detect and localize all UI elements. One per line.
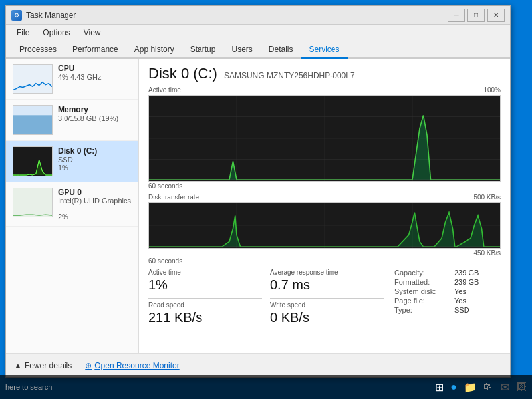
gpu0-sub: Intel(R) UHD Graphics ...	[58, 197, 132, 213]
read-speed-stat: Read speed 211 KB/s	[148, 298, 262, 325]
taskbar-icon-edge[interactable]: ●	[450, 381, 457, 393]
transfer-chart-container: Disk transfer rate 500 KB/s	[148, 194, 501, 265]
disk-header: Disk 0 (C:) SAMSUNG MZNTY256HDHP-000L7	[148, 65, 501, 82]
menu-view[interactable]: View	[78, 27, 106, 39]
monitor-label: Open Resource Monitor	[94, 361, 179, 370]
disk-info-table: Capacity: 239 GB Formatted: 239 GB Syste…	[394, 269, 501, 314]
taskbar-icon-store[interactable]: 🛍	[483, 381, 494, 393]
type-key: Type:	[394, 306, 454, 314]
tab-users[interactable]: Users	[223, 41, 260, 59]
window-title: Task Manager	[26, 11, 76, 20]
tab-bar: Processes Performance App history Startu…	[6, 41, 510, 59]
tab-startup[interactable]: Startup	[182, 41, 224, 59]
write-speed-stat: Write speed 0 KB/s	[270, 298, 384, 325]
disk0-label: Disk 0 (C:)	[58, 146, 132, 156]
capacity-row: Capacity: 239 GB	[394, 269, 501, 277]
active-time-label: Active time	[148, 86, 181, 94]
menu-options[interactable]: Options	[37, 27, 75, 39]
app-icon: ⚙	[11, 10, 22, 21]
transfer-max2: 450 KB/s	[473, 249, 501, 257]
stats-grid: Active time 1% Average response time 0.7…	[148, 269, 384, 325]
formatted-row: Formatted: 239 GB	[394, 278, 501, 286]
system-disk-val: Yes	[454, 287, 466, 295]
type-row: Type: SSD	[394, 306, 501, 314]
tab-processes[interactable]: Processes	[11, 41, 65, 59]
menu-file[interactable]: File	[11, 27, 35, 39]
type-val: SSD	[454, 306, 469, 314]
task-manager-window: ⚙ Task Manager ─ □ ✕ File Options View P…	[5, 5, 511, 378]
gpu0-val: 2%	[58, 213, 132, 221]
capacity-val: 239 GB	[454, 269, 479, 277]
write-speed-value-row: 0 KB/s	[270, 310, 377, 325]
disk-model: SAMSUNG MZNTY256HDHP-000L7	[224, 71, 355, 80]
taskbar-icon-photos[interactable]: 🖼	[516, 381, 527, 393]
sidebar-item-gpu0[interactable]: GPU 0 Intel(R) UHD Graphics ... 2%	[6, 182, 138, 227]
active-time-seconds: 60 seconds	[148, 182, 501, 190]
transfer-label-row: Disk transfer rate 500 KB/s	[148, 194, 501, 201]
transfer-label: Disk transfer rate	[148, 194, 199, 201]
title-bar-left: ⚙ Task Manager	[11, 10, 76, 21]
detail-panel: Disk 0 (C:) SAMSUNG MZNTY256HDHP-000L7 A…	[139, 59, 510, 358]
cpu-thumbnail	[13, 64, 53, 94]
tab-details[interactable]: Details	[261, 41, 301, 59]
open-resource-monitor-link[interactable]: ⊕ Open Resource Monitor	[85, 361, 179, 370]
active-time-stat-value: 1%	[148, 277, 168, 293]
write-speed-stat-value: 0 KB/s	[270, 310, 309, 325]
minimize-icon: ─	[454, 11, 458, 19]
disk-info-section: Capacity: 239 GB Formatted: 239 GB Syste…	[394, 269, 501, 325]
tab-app-history[interactable]: App history	[126, 41, 182, 59]
menu-bar: File Options View	[6, 25, 510, 41]
active-time-stat-label: Active time	[148, 269, 255, 276]
taskbar-right: ⊞ ● 📁 🛍 ✉ 🖼	[435, 381, 527, 394]
gpu0-label: GPU 0	[58, 188, 132, 197]
disk0-sub: SSD	[58, 156, 132, 164]
taskbar-icon-mail[interactable]: ✉	[501, 381, 509, 394]
taskbar-icon-taskview[interactable]: ⊞	[435, 381, 444, 394]
disk0-info: Disk 0 (C:) SSD 1%	[58, 146, 132, 172]
stats-section: Active time 1% Average response time 0.7…	[148, 269, 501, 325]
write-speed-stat-label: Write speed	[270, 301, 377, 309]
cpu-label: CPU	[58, 64, 132, 73]
avg-response-stat: Average response time 0.7 ms	[270, 269, 384, 293]
sidebar-item-memory[interactable]: Memory 3.0/15.8 GB (19%)	[6, 100, 138, 141]
taskbar-icon-folder[interactable]: 📁	[464, 381, 477, 394]
page-file-val: Yes	[454, 297, 466, 305]
maximize-button[interactable]: □	[467, 9, 485, 22]
cpu-sub: 4% 4.43 GHz	[58, 73, 132, 81]
title-bar-controls: ─ □ ✕	[448, 9, 505, 22]
cpu-info: CPU 4% 4.43 GHz	[58, 64, 132, 81]
active-time-label-row: Active time 100%	[148, 86, 501, 94]
active-time-max: 100%	[483, 86, 501, 94]
monitor-icon: ⊕	[85, 361, 92, 370]
disk0-val: 1%	[58, 164, 132, 172]
transfer-seconds: 60 seconds	[148, 257, 501, 265]
tab-performance[interactable]: Performance	[65, 41, 126, 59]
active-time-stat: Active time 1%	[148, 269, 262, 293]
close-button[interactable]: ✕	[487, 9, 505, 22]
read-speed-stat-label: Read speed	[148, 301, 255, 309]
svg-rect-1	[13, 115, 52, 134]
title-bar: ⚙ Task Manager ─ □ ✕	[6, 6, 510, 25]
fewer-details-label: Fewer details	[25, 361, 72, 370]
search-bar-hint: here to search	[5, 383, 52, 391]
transfer-chart	[148, 202, 501, 249]
main-content: CPU 4% 4.43 GHz Memory 3.0/15.8 GB (19%)	[6, 59, 510, 358]
avg-response-stat-label: Average response time	[270, 269, 377, 276]
sidebar-item-disk0[interactable]: Disk 0 (C:) SSD 1%	[6, 141, 138, 182]
stats-left: Active time 1% Average response time 0.7…	[148, 269, 384, 325]
page-file-row: Page file: Yes	[394, 297, 501, 305]
tab-services[interactable]: Services	[301, 41, 348, 59]
page-file-key: Page file:	[394, 297, 454, 305]
avg-response-value-row: 0.7 ms	[270, 277, 377, 293]
active-time-value-row: 1%	[148, 277, 255, 293]
gpu0-thumbnail	[13, 188, 53, 217]
minimize-button[interactable]: ─	[448, 9, 465, 22]
active-time-chart	[148, 95, 501, 182]
fewer-details-button[interactable]: ▲ Fewer details	[14, 361, 72, 370]
sidebar-item-cpu[interactable]: CPU 4% 4.43 GHz	[6, 59, 138, 100]
read-speed-stat-value: 211 KB/s	[148, 310, 202, 325]
maximize-icon: □	[474, 11, 478, 19]
memory-label: Memory	[58, 105, 132, 114]
avg-response-stat-value: 0.7 ms	[270, 277, 310, 293]
formatted-key: Formatted:	[394, 278, 454, 286]
